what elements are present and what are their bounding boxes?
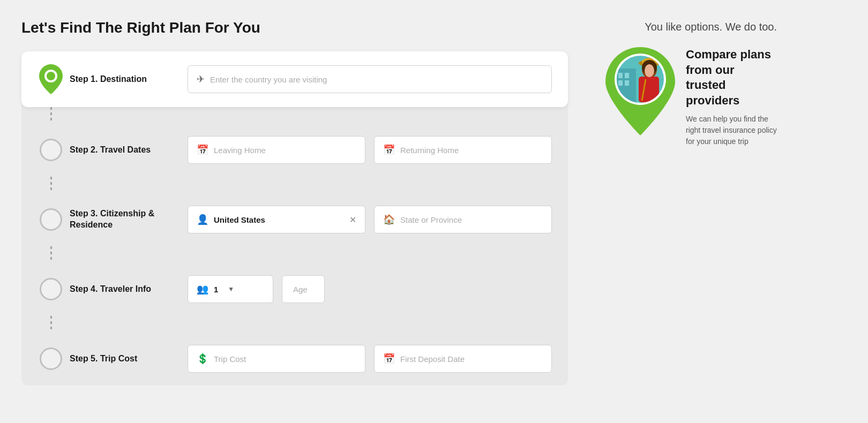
- svg-rect-9: [625, 80, 629, 86]
- age-input[interactable]: Age: [282, 275, 325, 303]
- svg-rect-7: [625, 73, 629, 78]
- step5-row: Step 5. Trip Cost 💲 Trip Cost 📅 First De…: [21, 332, 568, 386]
- state-input[interactable]: 🏠 State or Province: [374, 206, 552, 233]
- first-deposit-placeholder: First Deposit Date: [400, 354, 465, 364]
- step3-indicator: [32, 208, 70, 231]
- step1-indicator: [32, 64, 70, 94]
- step2-label-col: Step 2. Travel Dates: [70, 145, 188, 156]
- destination-input[interactable]: ✈ Enter the country you are visiting: [188, 65, 552, 93]
- citizenship-input[interactable]: 👤 United States ✕: [188, 206, 365, 233]
- promo-text: Compare plans from our trusted providers…: [686, 47, 777, 147]
- step3-circle: [40, 208, 62, 231]
- step2-row: Step 2. Travel Dates 📅 Leaving Home 📅 Re…: [21, 123, 568, 177]
- svg-point-1: [47, 72, 55, 80]
- step4-label: Step 4. Traveler Info: [70, 284, 151, 293]
- panel-tagline: You like options. We do too.: [605, 19, 777, 34]
- step5-fields: 💲 Trip Cost 📅 First Deposit Date: [188, 345, 552, 373]
- location-pin-large-icon: [605, 47, 675, 135]
- leaving-home-input[interactable]: 📅 Leaving Home: [188, 136, 365, 164]
- svg-rect-6: [618, 73, 623, 78]
- calendar-icon-2: 📅: [383, 144, 395, 156]
- step3-label: Step 3. Citizenship & Residence: [70, 209, 154, 229]
- trip-cost-placeholder: Trip Cost: [214, 354, 246, 364]
- citizenship-clear-button[interactable]: ✕: [349, 215, 356, 225]
- location-pin-container: [605, 47, 675, 133]
- dollar-icon: 💲: [197, 353, 208, 365]
- promo-card: Compare plans from our trusted providers…: [605, 47, 777, 147]
- home-icon: 🏠: [383, 214, 395, 225]
- svg-rect-8: [618, 80, 623, 86]
- travelers-icon: 👥: [197, 283, 208, 295]
- step5-circle: [40, 348, 62, 370]
- step5-label-col: Step 5. Trip Cost: [70, 353, 188, 365]
- step2-circle: [40, 139, 62, 161]
- step3-row: Step 3. Citizenship & Residence 👤 United…: [21, 193, 568, 246]
- step4-circle: [40, 278, 62, 300]
- destination-placeholder: Enter the country you are visiting: [210, 75, 327, 84]
- connector1: [21, 107, 568, 123]
- step1-pin-icon: [39, 64, 63, 94]
- trip-cost-input[interactable]: 💲 Trip Cost: [188, 345, 365, 373]
- plane-icon: ✈: [197, 73, 205, 85]
- steps-form: Step 1. Destination ✈ Enter the country …: [21, 51, 568, 386]
- step4-fields: 👥 1 ▼ Age: [188, 275, 552, 303]
- step2-fields: 📅 Leaving Home 📅 Returning Home: [188, 136, 552, 164]
- state-placeholder: State or Province: [400, 215, 462, 224]
- step4-row: Step 4. Traveler Info 👥 1 ▼ Age: [21, 262, 568, 316]
- step3-fields: 👤 United States ✕ 🏠 State or Province: [188, 206, 552, 233]
- travelers-dropdown[interactable]: 👥 1 ▼: [188, 275, 273, 303]
- chevron-down-icon: ▼: [228, 285, 234, 293]
- step5-label: Step 5. Trip Cost: [70, 354, 137, 363]
- step1-label-col: Step 1. Destination: [70, 74, 188, 85]
- promo-heading: Compare plans from our trusted providers: [686, 47, 777, 108]
- returning-home-placeholder: Returning Home: [400, 146, 459, 155]
- step1-label: Step 1. Destination: [70, 74, 147, 84]
- step5-indicator: [32, 348, 70, 370]
- page-title: Let's Find The Right Plan For You: [21, 19, 568, 36]
- connector2: [21, 177, 568, 193]
- step1-row: Step 1. Destination ✈ Enter the country …: [21, 51, 568, 107]
- person-icon: 👤: [197, 214, 208, 225]
- travelers-value: 1: [214, 285, 218, 294]
- step1-fields: ✈ Enter the country you are visiting: [188, 65, 552, 93]
- step2-indicator: [32, 139, 70, 161]
- citizenship-value: United States: [214, 215, 265, 224]
- returning-home-input[interactable]: 📅 Returning Home: [374, 136, 552, 164]
- first-deposit-input[interactable]: 📅 First Deposit Date: [374, 345, 552, 373]
- right-panel: You like options. We do too.: [589, 0, 793, 423]
- connector3: [21, 246, 568, 262]
- age-placeholder: Age: [293, 285, 308, 294]
- step2-label: Step 2. Travel Dates: [70, 145, 151, 154]
- promo-body: We can help you find the right travel in…: [686, 114, 777, 147]
- calendar-icon-3: 📅: [383, 353, 395, 365]
- step3-label-col: Step 3. Citizenship & Residence: [70, 208, 188, 231]
- connector4: [21, 316, 568, 332]
- step4-indicator: [32, 278, 70, 300]
- leaving-home-placeholder: Leaving Home: [214, 146, 266, 155]
- svg-point-15: [645, 64, 654, 77]
- calendar-icon-1: 📅: [197, 144, 208, 156]
- main-content: Let's Find The Right Plan For You Step 1…: [0, 0, 589, 423]
- step4-label-col: Step 4. Traveler Info: [70, 284, 188, 295]
